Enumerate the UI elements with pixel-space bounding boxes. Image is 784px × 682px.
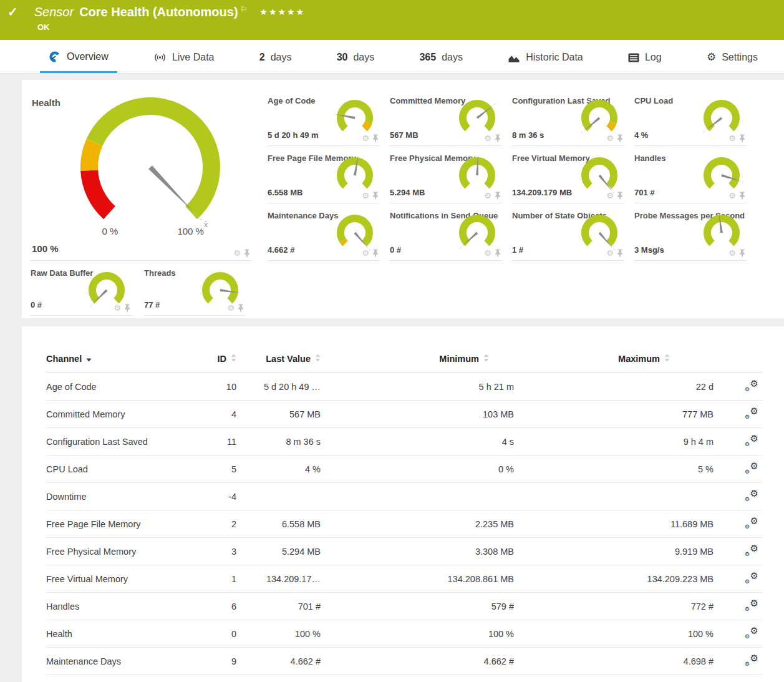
- column-header-minimum[interactable]: Minimum: [321, 350, 514, 373]
- gauge-gear-icon[interactable]: ⚙: [728, 192, 736, 200]
- gauge-gear-icon[interactable]: ⚙: [233, 250, 241, 257]
- channel-settings-button[interactable]: ⚙⚙: [745, 517, 758, 529]
- channel-gauge[interactable]: [456, 154, 498, 197]
- gauge-gear-icon[interactable]: ⚙: [728, 250, 736, 257]
- table-row: Downtime-4⚙⚙: [46, 483, 762, 510]
- gauge-pin-icon[interactable]: [372, 192, 379, 200]
- gauge-pin-icon[interactable]: [617, 249, 623, 257]
- cell-last-value: 5.294 MB: [236, 538, 321, 565]
- tab-settings[interactable]: ⚙Settings: [698, 52, 767, 73]
- gauge-gear-icon[interactable]: ⚙: [227, 304, 235, 312]
- gauge-gear-icon[interactable]: ⚙: [728, 135, 736, 142]
- pin-icon: [124, 304, 130, 312]
- gauge-actions: ⚙: [362, 134, 379, 142]
- channel-settings-button[interactable]: ⚙⚙: [745, 655, 758, 666]
- tab-log[interactable]: Log: [619, 52, 670, 73]
- gauge-icon: [49, 51, 61, 63]
- priority-stars[interactable]: ★★★★★: [259, 7, 305, 17]
- gauge-pin-icon[interactable]: [739, 192, 745, 200]
- gauge-pin-icon[interactable]: [495, 134, 501, 142]
- tab-label: Historic Data: [526, 52, 583, 63]
- cell-maximum: 134.209.223 MB: [514, 565, 714, 593]
- tab-days-30[interactable]: 30days: [328, 52, 384, 73]
- health-gauge[interactable]: x̄0 %100 %: [51, 92, 250, 247]
- gauge-value: 3 Msg/s: [634, 245, 664, 255]
- column-header-id[interactable]: ID: [202, 350, 236, 373]
- cell-id: 3: [202, 538, 236, 565]
- channel-table: ChannelIDLast ValueMinimumMaximum Age of…: [46, 350, 762, 682]
- gauge-gear-icon[interactable]: ⚙: [362, 250, 369, 257]
- tab-days-365[interactable]: 365days: [410, 52, 472, 73]
- cell-maximum: 9 h 4 m: [514, 428, 714, 455]
- cell-minimum: 0 #: [321, 675, 514, 682]
- cell-maximum: 0 #: [514, 675, 714, 682]
- gauge-pin-icon[interactable]: [124, 304, 130, 312]
- channel-gauge[interactable]: [578, 97, 621, 139]
- channel-gauge[interactable]: [700, 97, 743, 139]
- channel-settings-button[interactable]: ⚙⚙: [745, 490, 758, 501]
- channel-settings-button[interactable]: ⚙⚙: [745, 380, 758, 391]
- cell-id: 5: [202, 455, 236, 483]
- channel-gauge[interactable]: [578, 154, 621, 197]
- table-row: Maintenance Days94.662 #4.662 #4.698 #⚙⚙: [46, 648, 762, 675]
- gauge-gear-icon[interactable]: ⚙: [606, 135, 614, 142]
- gauge-actions: ⚙: [362, 249, 379, 257]
- gauge-gear-icon[interactable]: ⚙: [362, 135, 369, 142]
- gauge-gear-icon[interactable]: ⚙: [606, 250, 614, 257]
- tab-live-data[interactable]: Live Data: [145, 52, 223, 73]
- channel-gauge[interactable]: [456, 212, 498, 254]
- gauge-value: 1 #: [512, 245, 523, 255]
- gauge-pin-icon[interactable]: [617, 134, 623, 142]
- pin-icon: [739, 192, 745, 200]
- tab-days-2[interactable]: 2days: [251, 52, 301, 73]
- channel-gauge[interactable]: [334, 154, 376, 197]
- gauge-pin-icon[interactable]: [739, 249, 745, 257]
- pin-icon: [495, 134, 501, 142]
- channel-settings-button[interactable]: ⚙⚙: [745, 435, 758, 446]
- gauge-gear-icon[interactable]: ⚙: [114, 304, 121, 312]
- channel-settings-button[interactable]: ⚙⚙: [745, 407, 758, 419]
- gauge-title: Committed Memory: [390, 96, 465, 105]
- channel-gauge[interactable]: [456, 97, 498, 139]
- gauge-pin-icon[interactable]: [617, 192, 623, 200]
- column-header-channel[interactable]: Channel: [46, 350, 202, 373]
- cell-minimum: 3.308 MB: [321, 538, 514, 565]
- gauge-gear-icon[interactable]: ⚙: [606, 192, 614, 200]
- column-header-last-value[interactable]: Last Value: [236, 350, 321, 373]
- channel-settings-button[interactable]: ⚙⚙: [745, 627, 758, 638]
- gauge-gear-icon[interactable]: ⚙: [362, 192, 369, 200]
- channel-settings-button[interactable]: ⚙⚙: [745, 600, 758, 611]
- gauge-gear-icon[interactable]: ⚙: [484, 135, 491, 142]
- gauge-pin-icon[interactable]: [238, 304, 244, 312]
- tab-label: Live Data: [172, 52, 215, 63]
- channel-gauge[interactable]: [334, 97, 376, 139]
- column-header-maximum[interactable]: Maximum: [514, 350, 714, 373]
- gauge-actions: ⚙: [484, 249, 501, 257]
- tab-historic-data[interactable]: Historic Data: [499, 52, 592, 73]
- column-label: Maximum: [618, 354, 660, 364]
- channel-settings-button[interactable]: ⚙⚙: [745, 462, 758, 474]
- gauge-pin-icon[interactable]: [739, 134, 745, 142]
- channel-settings-button[interactable]: ⚙⚙: [745, 572, 758, 583]
- channel-gauge[interactable]: [578, 212, 621, 254]
- channel-gauge[interactable]: [700, 154, 743, 197]
- gear-small-icon: ⚙: [745, 387, 750, 392]
- gauge-gear-icon[interactable]: ⚙: [484, 192, 491, 200]
- gauge-actions: ⚙: [728, 134, 745, 142]
- gauge-pin-icon[interactable]: [495, 249, 501, 257]
- gauge-gear-icon[interactable]: ⚙: [484, 250, 491, 257]
- cell-channel: Maintenance Days: [46, 648, 202, 675]
- cell-actions: ⚙⚙: [714, 483, 762, 510]
- channel-settings-button[interactable]: ⚙⚙: [745, 545, 758, 556]
- gauge-actions: ⚙: [484, 134, 501, 142]
- gauge-pin-icon[interactable]: [372, 249, 379, 257]
- tab-overview[interactable]: Overview: [40, 51, 117, 73]
- channel-gauge[interactable]: [700, 212, 743, 254]
- gauge-pin-icon[interactable]: [372, 134, 379, 142]
- gauge-pin-icon[interactable]: [495, 192, 501, 200]
- flag-icon[interactable]: ⚐: [241, 5, 248, 14]
- channel-gauge[interactable]: [334, 212, 376, 254]
- table-row: Free Virtual Memory1134.209.17…134.208.8…: [46, 565, 762, 593]
- gauge-pin-icon[interactable]: [244, 249, 250, 257]
- cell-id: 4: [202, 401, 236, 428]
